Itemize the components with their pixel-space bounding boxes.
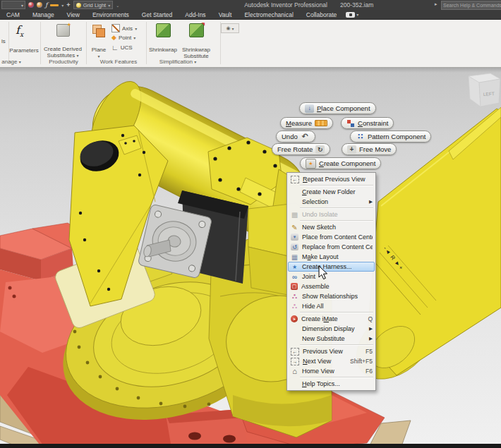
context-menu-item-create-imate[interactable]: Create iMateQ <box>288 314 375 324</box>
submenu-arrow-icon: ▶ <box>366 336 373 341</box>
menu-separator <box>300 207 373 209</box>
menu-item-label: Create New Folder <box>302 188 373 195</box>
ribbon-separator <box>146 22 147 64</box>
menu-item-label: Help Topics... <box>302 380 373 387</box>
menu-icon-spacer <box>289 188 300 197</box>
menu-item-label: Create Harness... <box>302 263 373 270</box>
screencast-camera-icon[interactable]: ▾ <box>346 12 358 18</box>
menu-item-label: Undo Isolate <box>302 211 373 218</box>
grid-light-dropdown[interactable]: Grid Light ▾ <box>73 1 114 9</box>
ribbon-display-options-button[interactable]: ◉▾ <box>221 23 239 33</box>
tab-manage[interactable]: Manage <box>26 11 61 18</box>
viewcube-face-label: LEFT <box>483 91 495 97</box>
menu-icon-spacer <box>289 198 300 207</box>
make-layout-icon <box>289 253 300 262</box>
plus-icon[interactable]: + <box>66 1 70 8</box>
menu-item-shortcut: Q <box>365 315 373 322</box>
menu-item-label: Repeat Previous View <box>303 176 373 183</box>
menu-separator <box>300 377 373 378</box>
ucs-icon: ∟ <box>111 44 119 52</box>
tab-environments[interactable]: Environments <box>86 11 135 18</box>
partial-button-label: ls <box>1 38 6 44</box>
group-simplification[interactable]: Simplification ▾ <box>146 59 210 65</box>
context-menu-item-previous-view[interactable]: Previous ViewF5 <box>288 346 375 356</box>
tab-vault[interactable]: Vault <box>212 11 239 18</box>
parameters-quick-icon[interactable]: ƒ <box>45 2 47 8</box>
title-bar: ▾ ƒ ▾ + Grid Light ▾ ⌄ Autodesk Inventor… <box>0 0 501 10</box>
context-menu-item-create-harness[interactable]: Create Harness... <box>288 262 375 272</box>
material-dropdown[interactable]: ▾ <box>1 1 25 9</box>
adjust-sphere-icon[interactable] <box>37 2 42 8</box>
create-derived-label-1: Create Derived <box>41 46 85 52</box>
previous-view-icon <box>291 348 299 356</box>
context-menu-item-make-layout[interactable]: Make Layout <box>288 252 375 262</box>
context-menu-item-new-sketch[interactable]: New Sketch <box>288 222 375 232</box>
menu-item-label: Selection <box>302 198 366 205</box>
menu-item-label: New Substitute <box>302 335 366 342</box>
menu-item-label: Create iMate <box>301 315 365 322</box>
repeat-view-icon <box>291 176 299 183</box>
context-menu-item-assemble[interactable]: Assemble <box>288 281 375 291</box>
3d-viewport[interactable]: LEFT <box>0 68 501 444</box>
context-menu-item-show-relationships[interactable]: Show Relationships <box>288 291 375 301</box>
menu-item-label: Show Relationships <box>302 293 373 300</box>
grid-light-label: Grid Light <box>83 2 107 8</box>
create-derived-icon <box>56 24 70 37</box>
context-menu-item-next-view[interactable]: Next ViewShift+F5 <box>288 356 375 366</box>
context-menu-item-place-from-content-center[interactable]: Place from Content Center... <box>288 232 375 242</box>
chevron-down-icon: ▾ <box>108 3 110 8</box>
color-bar-icon[interactable] <box>50 4 59 6</box>
ribbon: ls anage ▾ fx Parameters Create Derived … <box>0 20 501 68</box>
tab-add-ins[interactable]: Add-Ins <box>179 11 212 18</box>
axis-label: Axis <box>122 25 133 32</box>
plane-label: Plane <box>86 47 111 53</box>
tab-get-started[interactable]: Get Started <box>135 11 179 18</box>
menu-item-label: New Sketch <box>302 224 373 231</box>
context-menu-item-replace-from-content-center[interactable]: Replace from Content Center... <box>288 242 375 252</box>
ucs-button[interactable]: ∟ UCS <box>111 44 133 52</box>
context-menu-item-repeat-previous-view[interactable]: Repeat Previous View <box>288 174 375 184</box>
search-expand-icon[interactable]: ▸ <box>435 1 437 7</box>
customize-toolbar-icon[interactable]: ⌄ <box>116 3 119 8</box>
menu-item-label: Assemble <box>301 283 373 290</box>
view-cube[interactable]: LEFT <box>469 73 500 107</box>
parameters-label: Parameters <box>6 47 42 54</box>
appearance-sphere-icon[interactable] <box>28 2 34 8</box>
point-icon: ◆ <box>111 34 116 41</box>
new-sketch-icon <box>289 223 300 232</box>
context-menu-item-help-topics[interactable]: Help Topics... <box>288 379 375 389</box>
menu-separator <box>300 312 373 313</box>
menu-item-label: Home View <box>302 368 363 375</box>
context-menu-item-create-new-folder[interactable]: Create New Folder <box>288 187 375 197</box>
chevron-down-icon[interactable]: ▾ <box>61 3 64 8</box>
context-menu-item-new-substitute[interactable]: New Substitute▶ <box>288 334 375 344</box>
context-menu-item-selection[interactable]: Selection▶ <box>288 197 375 207</box>
group-productivity[interactable]: Productivity <box>42 59 85 65</box>
tab-cam[interactable]: CAM <box>0 11 26 18</box>
menu-item-shortcut: F6 <box>363 368 373 375</box>
inventor-window: ▾ ƒ ▾ + Grid Light ▾ ⌄ Autodesk Inventor… <box>0 0 501 448</box>
create-derived-label-2: Substitutes ▾ <box>41 52 85 59</box>
quick-access-toolbar: ▾ ƒ ▾ + Grid Light ▾ ⌄ <box>1 1 119 9</box>
search-input[interactable]: Search Help & Commands... <box>441 1 501 10</box>
group-work-features[interactable]: Work Features <box>90 59 147 65</box>
context-menu-item-dimension-display[interactable]: Dimension Display▶ <box>288 324 375 334</box>
tab-electromechanical[interactable]: Electromechanical <box>238 11 299 18</box>
menu-item-shortcut: Shift+F5 <box>347 358 373 365</box>
shrinkwrap-icon <box>156 23 171 37</box>
plane-icon <box>92 25 105 37</box>
context-menu-item-home-view[interactable]: Home ViewF6 <box>288 366 375 376</box>
menu-item-label: Dimension Display <box>302 325 366 332</box>
context-menu-item-hide-all[interactable]: Hide All <box>288 301 375 311</box>
context-menu-item-undo-isolate: Undo Isolate <box>288 210 375 219</box>
hide-all-icon <box>289 302 300 311</box>
shrinkwrap-substitute-icon <box>189 23 204 37</box>
undo-isolate-icon <box>289 210 300 219</box>
tab-view[interactable]: View <box>61 11 86 18</box>
menu-icon-spacer <box>289 380 300 389</box>
point-button[interactable]: ◆ Point▾ <box>111 34 135 41</box>
context-menu-item-joint[interactable]: Joint <box>288 272 375 281</box>
menu-icon-spacer <box>289 334 300 344</box>
axis-button[interactable]: Axis▾ <box>111 24 137 32</box>
tab-collaborate[interactable]: Collaborate <box>300 11 343 18</box>
